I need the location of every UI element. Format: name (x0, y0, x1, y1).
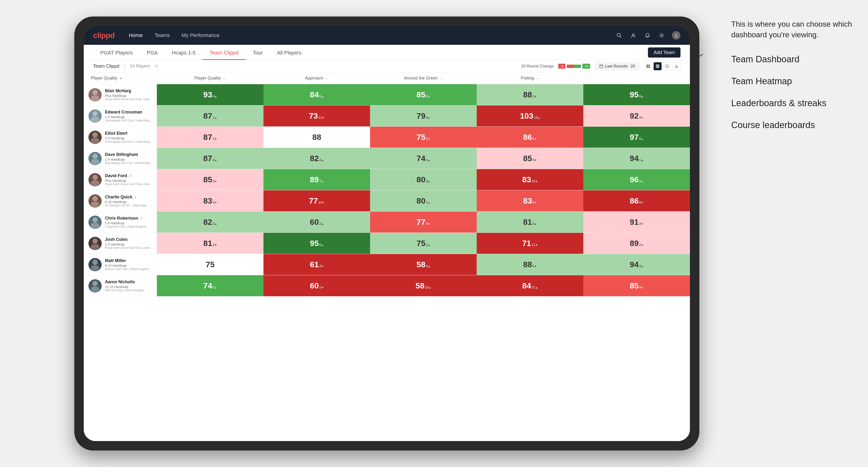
heatmap-view-button[interactable] (663, 62, 671, 70)
score-cell[interactable]: 5810 (370, 275, 477, 296)
score-cell[interactable]: 773 (370, 212, 477, 232)
last-rounds-label: Last Rounds: (605, 64, 628, 69)
score-cell[interactable]: 853 (477, 148, 583, 169)
score-inner: 873 (203, 132, 217, 142)
player-name: Matt Miller (105, 258, 154, 263)
score-cell[interactable]: 7111 (477, 233, 583, 254)
edit-icon[interactable]: ✎ (155, 64, 158, 69)
tab-team-clippd[interactable]: Team Clippd (203, 50, 246, 60)
last-rounds-button[interactable]: Last Rounds: 20 (595, 63, 640, 70)
score-cell[interactable]: 858 (370, 84, 477, 105)
score-cell[interactable]: 753 (370, 127, 477, 148)
tab-tour[interactable]: Tour (246, 50, 270, 60)
score-cell[interactable]: 803 (370, 169, 477, 190)
score-cell[interactable]: 943 (583, 254, 690, 275)
score-cell[interactable]: 923 (583, 105, 690, 126)
player-info[interactable]: David Ford ✓Plus HandicapRoyal North Dev… (84, 169, 157, 190)
score-value: 86 (630, 196, 639, 206)
score-cell[interactable]: 959 (583, 84, 690, 105)
tab-pga[interactable]: PGA (140, 50, 165, 60)
score-cell[interactable]: 814 (477, 212, 583, 232)
player-details: Charlie Quick ✓6-10 HandicapSt. George's… (105, 195, 154, 207)
score-cell[interactable]: 853 (157, 169, 264, 190)
search-icon[interactable] (615, 32, 623, 39)
score-cell[interactable]: 752 (370, 233, 477, 254)
score-cell[interactable]: 602 (264, 212, 370, 232)
player-info[interactable]: Chris Robertson ✓1-5 HandicapCraigmillar… (84, 212, 157, 232)
add-team-button[interactable]: Add Team (648, 48, 680, 58)
score-cell[interactable]: 897 (264, 169, 370, 190)
score-cell[interactable]: 846 (264, 84, 370, 105)
score-cell[interactable]: 934 (157, 84, 264, 105)
sort-arrow-tee[interactable]: — (223, 76, 226, 80)
score-cell[interactable]: 913 (583, 212, 690, 232)
score-cell[interactable]: 601 (264, 275, 370, 296)
player-info[interactable]: Dave Billingham1-5 HandicapGog Magog Gol… (84, 148, 157, 169)
svg-point-37 (91, 265, 99, 271)
player-info[interactable]: Matt Miller6-10 HandicapWoburn Golf Club… (84, 254, 157, 275)
score-delta: 1 (533, 94, 537, 98)
score-cell[interactable]: 75 (157, 254, 264, 275)
score-cell[interactable]: 813 (157, 233, 264, 254)
score-cell[interactable]: 584 (370, 254, 477, 275)
grid-view-button[interactable] (644, 62, 652, 70)
score-value: 73 (309, 111, 318, 121)
score-cell[interactable]: 958 (264, 233, 370, 254)
player-club: Woburn Golf Club, United Kingdom (105, 268, 154, 271)
sort-arrow-quality[interactable]: ▼ (119, 76, 122, 80)
tab-hcaps[interactable]: Hcaps 1-5 (165, 50, 203, 60)
score-cell[interactable]: 975 (583, 127, 690, 148)
score-cell[interactable]: 801 (370, 190, 477, 211)
player-info[interactable]: Elliot Ebert1-5 HandicapSunningdale Golf… (84, 127, 157, 148)
player-info[interactable]: Josh Coles1-5 HandicapRoyal North Devon … (84, 233, 157, 254)
sort-arrow-putting[interactable]: — (536, 76, 539, 80)
score-cell[interactable]: 836 (477, 190, 583, 211)
tab-all-players[interactable]: All Players (270, 50, 309, 60)
column-headers: Player Quality ▼ Player Quality — Approa… (84, 72, 690, 84)
player-info[interactable]: Charlie Quick ✓6-10 HandicapSt. George's… (84, 190, 157, 211)
score-cell[interactable]: 741 (370, 148, 477, 169)
avatar (88, 152, 102, 165)
player-info[interactable]: Aaron Nicholls11-15 HandicapDrift Golf C… (84, 275, 157, 296)
score-cell[interactable]: 874 (157, 148, 264, 169)
score-cell[interactable]: 8310 (477, 169, 583, 190)
score-cell[interactable]: 866 (477, 127, 583, 148)
score-cell[interactable]: 613 (264, 254, 370, 275)
score-cell[interactable]: 8421 (477, 275, 583, 296)
player-info[interactable]: Edward Crossman1-5 HandicapSunningdale G… (84, 105, 157, 126)
score-cell[interactable]: 824 (264, 148, 370, 169)
annotation-intro: This is where you can choose which dashb… (731, 19, 854, 40)
person-icon[interactable] (629, 32, 637, 39)
score-cell[interactable]: 854 (583, 275, 690, 296)
score-cell[interactable]: 7311 (264, 105, 370, 126)
score-cell[interactable]: 892 (583, 233, 690, 254)
settings-icon[interactable] (658, 32, 665, 39)
score-cell[interactable]: 748 (157, 275, 264, 296)
score-cell[interactable]: 88 (264, 127, 370, 148)
score-cell[interactable]: 823 (157, 212, 264, 232)
nav-link-home[interactable]: Home (129, 32, 143, 38)
sort-arrow-green[interactable]: — (440, 76, 443, 80)
nav-link-performance[interactable]: My Performance (182, 32, 220, 38)
score-cell[interactable]: 7714 (264, 190, 370, 211)
nav-link-teams[interactable]: Teams (154, 32, 170, 38)
score-cell[interactable]: 873 (157, 127, 264, 148)
score-cell[interactable]: 881 (477, 84, 583, 105)
score-cell[interactable]: 868 (583, 190, 690, 211)
user-avatar[interactable] (672, 31, 680, 40)
score-cell[interactable]: 10315 (477, 105, 583, 126)
score-cell[interactable]: 963 (583, 169, 690, 190)
tab-pgat[interactable]: PGAT Players (93, 50, 140, 60)
score-cell[interactable]: 833 (157, 190, 264, 211)
score-cell[interactable]: 941 (583, 148, 690, 169)
player-info[interactable]: Blair McHargPlus HandicapRoyal North Dev… (84, 84, 157, 105)
score-cell[interactable]: 882 (477, 254, 583, 275)
bell-icon[interactable] (644, 32, 651, 39)
score-cell[interactable]: 799 (370, 105, 477, 126)
score-delta: 10 (532, 179, 538, 183)
table-view-button[interactable] (654, 62, 661, 70)
export-button[interactable] (673, 62, 680, 70)
avatar (88, 237, 102, 250)
sort-arrow-approach[interactable]: — (326, 76, 329, 80)
score-cell[interactable]: 871 (157, 105, 264, 126)
